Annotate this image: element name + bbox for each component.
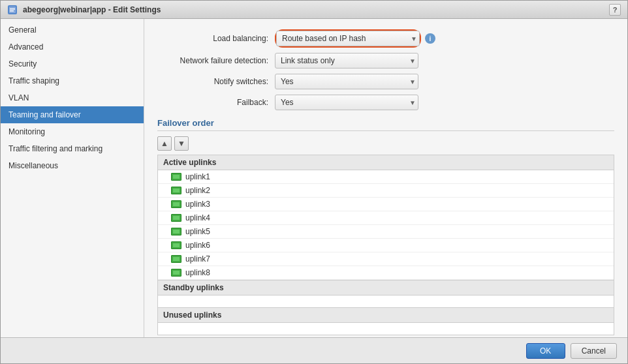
failback-control: Yes No ▼ bbox=[275, 95, 418, 110]
uplink-label: uplink1 bbox=[185, 172, 210, 181]
uplink-nic-icon bbox=[171, 241, 181, 249]
uplink-label: uplink6 bbox=[185, 241, 210, 250]
load-balancing-info-icon[interactable]: i bbox=[425, 33, 435, 44]
uplink-label: uplink4 bbox=[185, 213, 210, 222]
uplink-row[interactable]: uplink4 bbox=[158, 211, 614, 225]
uplink-row[interactable]: uplink8 bbox=[158, 266, 614, 280]
failback-select-wrap: Yes No ▼ bbox=[275, 95, 418, 110]
sidebar: General Advanced Security Traffic shapin… bbox=[1, 19, 144, 337]
failback-select[interactable]: Yes No bbox=[275, 95, 418, 110]
sidebar-item-general[interactable]: General bbox=[1, 22, 144, 38]
svg-rect-1 bbox=[9, 7, 16, 13]
uplink-label: uplink3 bbox=[185, 200, 210, 209]
uplink-label: uplink2 bbox=[185, 186, 210, 195]
notify-switches-control: Yes No ▼ bbox=[275, 74, 418, 89]
uplink-row[interactable]: uplink3 bbox=[158, 198, 614, 211]
uplink-nic-icon bbox=[171, 173, 181, 181]
load-balancing-control: Route based on IP hash Route based on or… bbox=[275, 29, 435, 48]
notify-switches-select[interactable]: Yes No bbox=[275, 74, 418, 89]
uplink-nic-icon bbox=[171, 187, 181, 194]
uplink-label: uplink8 bbox=[185, 268, 210, 277]
network-failure-label: Network failure detection: bbox=[157, 56, 275, 65]
sidebar-item-miscellaneous[interactable]: Miscellaneous bbox=[1, 157, 144, 174]
ok-button[interactable]: OK bbox=[526, 343, 565, 359]
move-down-button[interactable]: ▼ bbox=[174, 136, 189, 151]
titlebar: abegeorg|webinar|app - Edit Settings ? bbox=[1, 1, 627, 19]
cancel-button[interactable]: Cancel bbox=[571, 343, 617, 359]
uplink-table: Active uplinks uplink1 uplink2 uplink3 u… bbox=[157, 155, 614, 335]
sidebar-item-advanced[interactable]: Advanced bbox=[1, 38, 144, 55]
uplink-row[interactable]: uplink2 bbox=[158, 184, 614, 198]
sidebar-item-vlan[interactable]: VLAN bbox=[1, 89, 144, 106]
load-balancing-select-wrap: Route based on IP hash Route based on or… bbox=[275, 29, 421, 48]
failback-label: Failback: bbox=[157, 98, 275, 107]
unused-uplinks-header: Unused uplinks bbox=[158, 307, 614, 323]
uplink-row[interactable]: uplink1 bbox=[158, 170, 614, 184]
uplink-nic-icon bbox=[171, 200, 181, 208]
main-content: Load balancing: Route based on IP hash R… bbox=[144, 19, 627, 337]
notify-switches-label: Notify switches: bbox=[157, 77, 275, 86]
uplink-row[interactable]: uplink7 bbox=[158, 252, 614, 266]
load-balancing-label: Load balancing: bbox=[157, 34, 275, 43]
svg-rect-2 bbox=[10, 8, 15, 10]
standby-empty-area bbox=[158, 296, 614, 307]
sidebar-item-monitoring[interactable]: Monitoring bbox=[1, 123, 144, 140]
network-failure-control: Link status only Beacon probing ▼ bbox=[275, 53, 418, 68]
network-failure-row: Network failure detection: Link status o… bbox=[157, 53, 614, 68]
uplink-row[interactable]: uplink5 bbox=[158, 225, 614, 239]
titlebar-left: abegeorg|webinar|app - Edit Settings bbox=[7, 5, 161, 15]
help-button[interactable]: ? bbox=[609, 4, 621, 16]
main-window: abegeorg|webinar|app - Edit Settings ? G… bbox=[0, 0, 628, 364]
sidebar-item-teaming-and-failover[interactable]: Teaming and failover bbox=[1, 106, 144, 123]
uplink-label: uplink5 bbox=[185, 227, 210, 236]
notify-switches-row: Notify switches: Yes No ▼ bbox=[157, 74, 614, 89]
network-failure-select[interactable]: Link status only Beacon probing bbox=[275, 53, 418, 68]
failback-row: Failback: Yes No ▼ bbox=[157, 95, 614, 110]
content-area: General Advanced Security Traffic shapin… bbox=[1, 19, 627, 337]
load-balancing-select[interactable]: Route based on IP hash Route based on or… bbox=[276, 31, 420, 46]
uplink-label: uplink7 bbox=[185, 254, 210, 264]
uplink-nic-icon bbox=[171, 214, 181, 222]
load-balancing-row: Load balancing: Route based on IP hash R… bbox=[157, 29, 614, 48]
uplink-row[interactable]: uplink6 bbox=[158, 239, 614, 252]
move-up-button[interactable]: ▲ bbox=[157, 136, 172, 151]
uplink-nic-icon bbox=[171, 255, 181, 263]
sidebar-item-traffic-filtering[interactable]: Traffic filtering and marking bbox=[1, 140, 144, 157]
active-uplinks-header: Active uplinks bbox=[158, 155, 614, 170]
unused-empty-area bbox=[158, 323, 614, 335]
network-failure-select-wrap: Link status only Beacon probing ▼ bbox=[275, 53, 418, 68]
notify-switches-select-wrap: Yes No ▼ bbox=[275, 74, 418, 89]
standby-uplinks-header: Standby uplinks bbox=[158, 280, 614, 296]
footer: OK Cancel bbox=[1, 337, 627, 363]
sidebar-item-traffic-shaping[interactable]: Traffic shaping bbox=[1, 72, 144, 89]
window-icon bbox=[7, 5, 18, 15]
uplink-nic-icon bbox=[171, 269, 181, 277]
failover-order-header: Failover order bbox=[157, 118, 614, 131]
sidebar-item-security[interactable]: Security bbox=[1, 55, 144, 72]
uplink-move-controls: ▲ ▼ bbox=[157, 136, 614, 151]
svg-rect-3 bbox=[10, 10, 14, 12]
window-title: abegeorg|webinar|app - Edit Settings bbox=[23, 5, 161, 14]
uplink-nic-icon bbox=[171, 228, 181, 235]
